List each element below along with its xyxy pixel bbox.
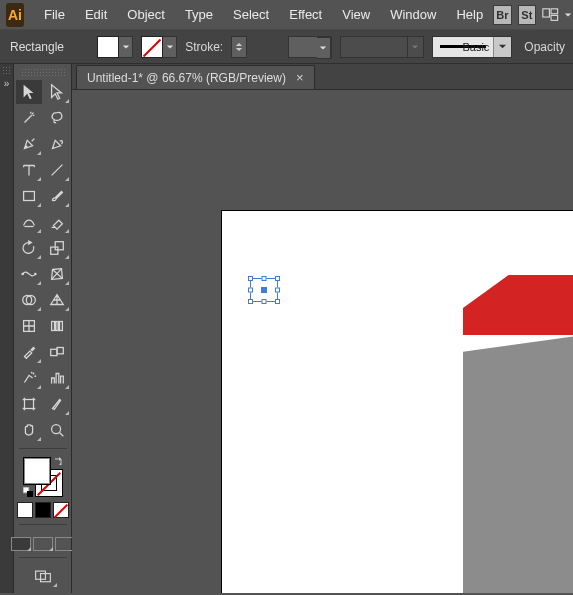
svg-rect-0: [543, 9, 550, 17]
color-mode-none[interactable]: [53, 502, 69, 518]
magic-wand-tool[interactable]: [16, 106, 42, 130]
eyedropper-tool[interactable]: [16, 340, 42, 364]
svg-rect-4: [50, 247, 57, 254]
close-tab-icon[interactable]: ×: [296, 70, 304, 85]
mesh-tool[interactable]: [16, 314, 42, 338]
control-bar: Rectangle Stroke: Basic Opacity: [0, 30, 573, 64]
swap-colors-icon[interactable]: [53, 457, 63, 467]
selected-rectangle-object[interactable]: [250, 278, 278, 302]
direct-selection-tool[interactable]: [44, 80, 70, 104]
rotate-tool[interactable]: [16, 236, 42, 260]
rectangle-tool[interactable]: [16, 184, 42, 208]
fill-dropdown-icon[interactable]: [119, 36, 133, 58]
chevron-down-icon[interactable]: [493, 37, 511, 57]
menu-file[interactable]: File: [34, 3, 75, 26]
stroke-weight-stepper[interactable]: [231, 36, 246, 58]
menu-effect[interactable]: Effect: [279, 3, 332, 26]
free-transform-tool[interactable]: [44, 262, 70, 286]
color-mode-row: [17, 502, 69, 518]
collapsed-panel-strip[interactable]: »: [0, 64, 14, 593]
resize-handle[interactable]: [248, 276, 253, 281]
menu-bar: Ai File Edit Object Type Select Effect V…: [0, 0, 573, 30]
menu-edit[interactable]: Edit: [75, 3, 117, 26]
color-mode-gradient[interactable]: [35, 502, 51, 518]
column-graph-tool[interactable]: [44, 366, 70, 390]
toolbox: [14, 64, 72, 593]
document-tab-title: Untitled-1* @ 66.67% (RGB/Preview): [87, 71, 286, 85]
fill-color-control[interactable]: [97, 36, 133, 58]
pen-tool[interactable]: [16, 132, 42, 156]
selection-tool[interactable]: [16, 80, 42, 104]
arrange-documents-button[interactable]: [542, 6, 558, 24]
slice-tool[interactable]: [44, 392, 70, 416]
stroke-weight-field[interactable]: [288, 36, 332, 58]
bridge-badge-button[interactable]: Br: [493, 5, 511, 25]
hand-tool[interactable]: [16, 418, 42, 442]
symbol-sprayer-tool[interactable]: [16, 366, 42, 390]
selection-center-icon: [261, 287, 267, 293]
isometric-shape-object[interactable]: [463, 275, 573, 593]
svg-rect-13: [57, 348, 63, 354]
opacity-label[interactable]: Opacity: [524, 40, 565, 54]
brush-definition-combo[interactable]: Basic: [432, 36, 513, 58]
type-tool[interactable]: [16, 158, 42, 182]
stock-badge-button[interactable]: St: [518, 5, 536, 25]
workspace-dropdown[interactable]: [563, 4, 573, 26]
stroke-label[interactable]: Stroke:: [185, 40, 223, 54]
default-colors-icon[interactable]: [23, 487, 33, 497]
main-area: »: [0, 64, 573, 593]
menu-object[interactable]: Object: [117, 3, 175, 26]
menu-help[interactable]: Help: [446, 3, 493, 26]
resize-handle[interactable]: [248, 299, 253, 304]
expand-panels-icon[interactable]: »: [0, 78, 13, 89]
width-tool[interactable]: [16, 262, 42, 286]
gradient-tool[interactable]: [44, 314, 70, 338]
menu-view[interactable]: View: [332, 3, 380, 26]
menu-select[interactable]: Select: [223, 3, 279, 26]
panel-grip-icon: [2, 66, 11, 74]
canvas-viewport[interactable]: [72, 90, 573, 593]
resize-handle[interactable]: [275, 299, 280, 304]
fill-stroke-colors[interactable]: [23, 457, 63, 497]
zoom-tool[interactable]: [44, 418, 70, 442]
svg-rect-12: [50, 349, 56, 355]
iso-top-face: [463, 275, 573, 335]
svg-rect-17: [24, 400, 33, 409]
shaper-tool[interactable]: [16, 210, 42, 234]
shape-builder-tool[interactable]: [16, 288, 42, 312]
svg-point-14: [32, 373, 34, 375]
resize-handle[interactable]: [262, 276, 267, 281]
svg-point-6: [21, 273, 24, 276]
svg-point-16: [30, 372, 32, 374]
toolbox-grip-icon[interactable]: [21, 68, 65, 76]
svg-rect-2: [551, 15, 558, 20]
paintbrush-tool[interactable]: [44, 184, 70, 208]
chevron-down-icon[interactable]: [317, 37, 331, 59]
svg-point-18: [51, 425, 60, 434]
artboard-tool[interactable]: [16, 392, 42, 416]
eraser-tool[interactable]: [44, 210, 70, 234]
resize-handle[interactable]: [275, 276, 280, 281]
scale-tool[interactable]: [44, 236, 70, 260]
stroke-color-control[interactable]: [141, 36, 177, 58]
stroke-dropdown-icon[interactable]: [163, 36, 177, 58]
document-tab[interactable]: Untitled-1* @ 66.67% (RGB/Preview) ×: [76, 65, 315, 89]
menu-type[interactable]: Type: [175, 3, 223, 26]
fill-swatch-icon: [97, 36, 119, 58]
curvature-tool[interactable]: [44, 132, 70, 156]
resize-handle[interactable]: [275, 288, 280, 293]
selection-type-label: Rectangle: [8, 38, 66, 56]
perspective-grid-tool[interactable]: [44, 288, 70, 312]
lasso-tool[interactable]: [44, 106, 70, 130]
draw-behind-icon[interactable]: [33, 537, 53, 551]
color-mode-solid[interactable]: [17, 502, 33, 518]
resize-handle[interactable]: [262, 299, 267, 304]
variable-width-profile[interactable]: [340, 36, 424, 58]
resize-handle[interactable]: [248, 288, 253, 293]
line-segment-tool[interactable]: [44, 158, 70, 182]
blend-tool[interactable]: [44, 340, 70, 364]
menu-window[interactable]: Window: [380, 3, 446, 26]
fill-color-icon[interactable]: [23, 457, 51, 485]
draw-normal-icon[interactable]: [11, 537, 31, 551]
screen-mode-button[interactable]: [28, 564, 58, 588]
